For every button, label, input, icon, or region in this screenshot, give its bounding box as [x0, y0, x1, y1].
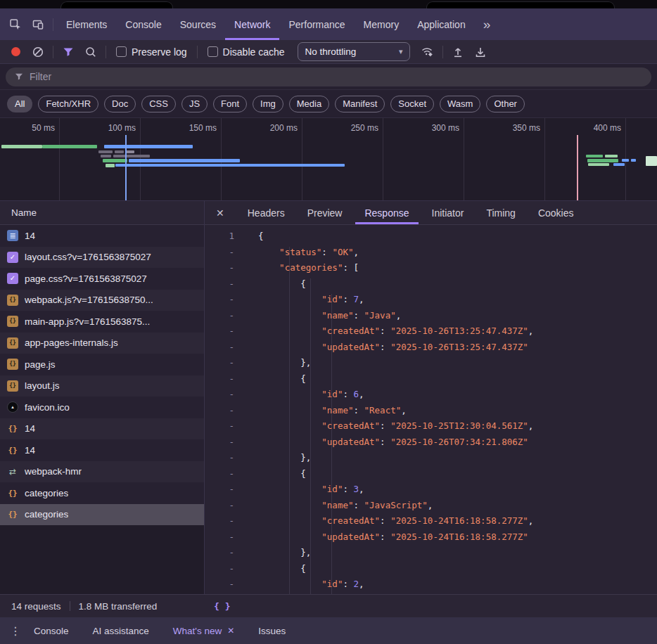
fetch-file-icon: [7, 509, 18, 520]
throttling-select[interactable]: No throttling ▾: [298, 42, 410, 61]
close-tab-icon[interactable]: ✕: [227, 626, 234, 636]
request-row[interactable]: page.js: [0, 354, 204, 375]
code-line: - "status": "OK",: [205, 247, 657, 263]
panel-tab[interactable]: Console: [116, 8, 170, 40]
drawer-menu-icon[interactable]: ⋮: [10, 624, 21, 638]
request-name: webpack-hmr: [25, 466, 82, 477]
record-button[interactable]: [4, 41, 27, 63]
code-text: },: [258, 357, 311, 373]
detail-tab[interactable]: Headers: [238, 201, 294, 224]
grid-line: [544, 118, 545, 200]
request-row[interactable]: webpack.js?v=17615638750...: [0, 290, 204, 311]
line-number: -: [205, 547, 244, 563]
type-filter-chip[interactable]: Fetch/XHR: [38, 96, 98, 112]
code-line: - "id": 3,: [205, 484, 657, 500]
type-filter-chip[interactable]: Font: [213, 96, 247, 112]
network-conditions-icon[interactable]: [416, 41, 439, 63]
drawer-tabs: Console ✕ AI assistance ✕ What's new ✕ I…: [34, 626, 286, 636]
request-row[interactable]: page.css?v=1761563875027: [0, 268, 204, 290]
detail-tab[interactable]: Timing: [477, 201, 525, 224]
time-tick-label: 250 ms: [339, 123, 378, 133]
filter-input[interactable]: [6, 67, 651, 86]
request-name: layout.css?v=1761563875027: [25, 252, 151, 262]
request-row[interactable]: categories: [0, 482, 204, 504]
code-line: - },: [205, 452, 657, 468]
type-filter-chip[interactable]: All: [7, 96, 32, 112]
code-text: },: [258, 547, 311, 563]
preserve-log-checkbox[interactable]: Preserve log: [116, 46, 187, 58]
code-line: - "categories": [: [205, 262, 657, 278]
line-number: -: [205, 500, 244, 516]
type-filter-chip[interactable]: CSS: [141, 96, 176, 112]
drawer-tab[interactable]: What's new ✕: [173, 626, 234, 636]
filter-toggle-icon[interactable]: [57, 41, 79, 63]
type-filter-chip[interactable]: Wasm: [440, 96, 480, 112]
format-response-icon[interactable]: { }: [214, 601, 230, 612]
response-body[interactable]: 1{- "status": "OK",- "categories": [- {-…: [205, 225, 657, 594]
type-filter-chip[interactable]: Other: [486, 96, 525, 112]
search-icon[interactable]: [79, 41, 102, 63]
type-filter-chip[interactable]: Doc: [104, 96, 136, 112]
waterfall-bar: [104, 145, 193, 148]
drawer-tab[interactable]: Console ✕: [34, 626, 69, 636]
detail-tab[interactable]: Cookies: [529, 201, 583, 224]
request-row[interactable]: webpack-hmr: [0, 461, 204, 483]
panel-tab[interactable]: Performance: [279, 8, 354, 40]
type-filter-chip[interactable]: Socket: [390, 96, 434, 112]
panel-tab[interactable]: Sources: [171, 8, 225, 40]
filter-text-input[interactable]: [30, 71, 643, 82]
code-text: "id": 3,: [258, 484, 364, 500]
name-column-header[interactable]: Name: [0, 201, 204, 225]
waterfall-bar: [113, 155, 150, 157]
request-name: 14: [25, 231, 35, 241]
close-detail-icon[interactable]: ✕: [216, 207, 224, 219]
request-row[interactable]: main-app.js?v=1761563875...: [0, 311, 204, 333]
drawer-tab[interactable]: AI assistance ✕: [93, 626, 149, 636]
panel-tab[interactable]: Memory: [355, 8, 409, 40]
export-har-icon[interactable]: [469, 41, 492, 63]
divider: [53, 18, 53, 31]
request-row[interactable]: 14: [0, 225, 204, 247]
request-row[interactable]: app-pages-internals.js: [0, 333, 204, 354]
detail-tab[interactable]: Response: [355, 201, 418, 224]
waterfall-overview[interactable]: 50 ms100 ms150 ms200 ms250 ms300 ms350 m…: [0, 118, 657, 201]
divider: [70, 601, 70, 611]
waterfall-bar: [106, 164, 115, 167]
request-row[interactable]: favicon.ico: [0, 397, 204, 418]
line-number: -: [205, 563, 244, 579]
filter-row: [0, 64, 657, 90]
waterfall-bar: [126, 150, 134, 153]
request-row[interactable]: categories: [0, 504, 204, 526]
panel-tab[interactable]: Elements: [57, 8, 116, 40]
favicon-file-icon: [7, 401, 18, 413]
disable-cache-checkbox[interactable]: Disable cache: [208, 46, 285, 58]
detail-tab[interactable]: Initiator: [423, 201, 473, 224]
request-list: 14layout.css?v=1761563875027page.css?v=1…: [0, 225, 204, 594]
type-filter-chip[interactable]: Img: [253, 96, 283, 112]
drawer-tab-label: Issues: [258, 626, 286, 636]
import-har-icon[interactable]: [447, 41, 469, 63]
panel-tab[interactable]: Network: [225, 8, 279, 40]
grid-line: [59, 118, 60, 200]
inspect-element-icon[interactable]: [4, 14, 27, 35]
detail-tabs: Headers Preview Response Initiator Timin…: [238, 201, 583, 224]
fetch-file-icon: [7, 423, 18, 434]
time-tick-label: 150 ms: [177, 123, 217, 133]
request-row[interactable]: layout.js: [0, 375, 204, 397]
type-filter-chip[interactable]: Media: [289, 96, 329, 112]
request-row[interactable]: layout.css?v=1761563875027: [0, 247, 204, 269]
clear-button[interactable]: [27, 41, 49, 63]
panel-tabs: Elements Console Sources Network Perform…: [57, 8, 475, 40]
time-tick-label: 300 ms: [420, 123, 459, 133]
device-toolbar-icon[interactable]: [27, 14, 49, 35]
request-row[interactable]: 14: [0, 418, 204, 440]
drawer-tab[interactable]: Issues ✕: [258, 626, 286, 636]
panel-tab[interactable]: Application: [408, 8, 475, 40]
waterfall-bar: [115, 150, 124, 153]
more-panels-icon[interactable]: »: [478, 18, 497, 31]
js-file-icon: [7, 380, 18, 392]
request-row[interactable]: 14: [0, 439, 204, 461]
type-filter-chip[interactable]: JS: [181, 96, 208, 112]
detail-tab[interactable]: Preview: [298, 201, 352, 224]
type-filter-chip[interactable]: Manifest: [335, 96, 385, 112]
